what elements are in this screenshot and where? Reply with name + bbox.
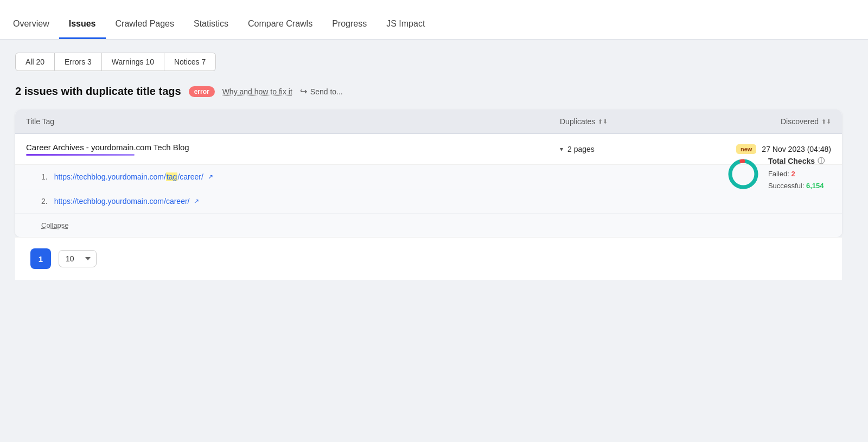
title-underline xyxy=(26,154,135,156)
filter-warnings[interactable]: Warnings 10 xyxy=(102,53,164,71)
per-page-select[interactable]: 10 25 50 100 xyxy=(59,250,97,267)
link-2[interactable]: https://techblog.yourdomain.com/career/ xyxy=(54,197,190,206)
table-header: Title Tag Duplicates ⬆⬇ Discovered ⬆⬇ xyxy=(15,110,842,134)
title-tag-cell: Career Archives - yourdomain.com Tech Bl… xyxy=(15,134,549,164)
col-duplicates[interactable]: Duplicates ⬆⬇ xyxy=(549,110,701,133)
collapse-button[interactable]: Collapse xyxy=(15,214,842,237)
svg-point-1 xyxy=(730,161,756,187)
external-link-icon-2[interactable]: ↗ xyxy=(194,197,199,205)
filter-all[interactable]: All 20 xyxy=(15,53,55,71)
issues-table: Title Tag Duplicates ⬆⬇ Discovered ⬆⬇ Ca… xyxy=(15,110,842,237)
list-item: 1. https://techblog.yourdomain.com/tag/c… xyxy=(15,165,842,189)
page-1-button[interactable]: 1 xyxy=(30,248,51,269)
info-icon[interactable]: ⓘ xyxy=(818,156,825,166)
issue-header: 2 issues with duplicate title tags error… xyxy=(15,85,842,98)
nav-statistics[interactable]: Statistics xyxy=(184,19,238,39)
nav-issues[interactable]: Issues xyxy=(59,19,106,39)
pagination: 1 10 25 50 100 xyxy=(15,237,842,280)
filter-errors[interactable]: Errors 3 xyxy=(55,53,102,71)
highlighted-tag: tag xyxy=(166,172,177,181)
total-checks-label: Total Checks ⓘ xyxy=(768,156,825,166)
col-title-tag: Title Tag xyxy=(15,110,549,133)
nav-overview[interactable]: Overview xyxy=(13,19,59,39)
table-row: Career Archives - yourdomain.com Tech Bl… xyxy=(15,134,842,165)
duplicates-cell[interactable]: ▾ 2 pages xyxy=(549,136,701,162)
send-icon: ↪ xyxy=(300,86,307,97)
new-badge: new xyxy=(736,144,756,154)
row-number-1: 1. xyxy=(41,172,48,181)
expanded-rows: 1. https://techblog.yourdomain.com/tag/c… xyxy=(15,165,842,237)
filter-notices[interactable]: Notices 7 xyxy=(164,53,216,71)
issue-title: 2 issues with duplicate title tags xyxy=(15,85,181,98)
checks-stats: Failed: 2 Successful: 6,154 xyxy=(768,168,825,192)
nav-crawled-pages[interactable]: Crawled Pages xyxy=(106,19,184,39)
why-fix-link[interactable]: Why and how to fix it xyxy=(222,87,292,96)
row-number-2: 2. xyxy=(41,197,48,206)
chevron-down-icon: ▾ xyxy=(560,145,563,153)
nav-js-impact[interactable]: JS Impact xyxy=(376,19,435,39)
main-content: All 20 Errors 3 Warnings 10 Notices 7 2 … xyxy=(0,40,857,293)
col-discovered[interactable]: Discovered ⬆⬇ xyxy=(701,110,842,133)
filter-tabs: All 20 Errors 3 Warnings 10 Notices 7 xyxy=(15,53,842,71)
total-checks-panel: Total Checks ⓘ Failed: 2 Successful: 6,1… xyxy=(727,156,825,192)
discovered-date: 27 Nov 2023 (04:48) xyxy=(762,145,831,153)
link-1[interactable]: https://techblog.yourdomain.com/tag/care… xyxy=(54,172,203,181)
list-item: 2. https://techblog.yourdomain.com/caree… xyxy=(15,189,842,214)
top-navigation: Overview Issues Crawled Pages Statistics… xyxy=(0,0,868,40)
sort-discovered-icon: ⬆⬇ xyxy=(821,118,831,125)
failed-count: 2 xyxy=(792,170,795,178)
sort-duplicates-icon: ⬆⬇ xyxy=(598,118,608,125)
error-badge: error xyxy=(189,86,215,97)
send-to-button[interactable]: ↪ Send to... xyxy=(300,86,343,97)
nav-compare-crawls[interactable]: Compare Crawls xyxy=(238,19,322,39)
nav-progress[interactable]: Progress xyxy=(322,19,376,39)
success-count: 6,154 xyxy=(806,182,824,190)
total-checks-chart xyxy=(727,158,760,190)
external-link-icon-1[interactable]: ↗ xyxy=(208,173,213,181)
